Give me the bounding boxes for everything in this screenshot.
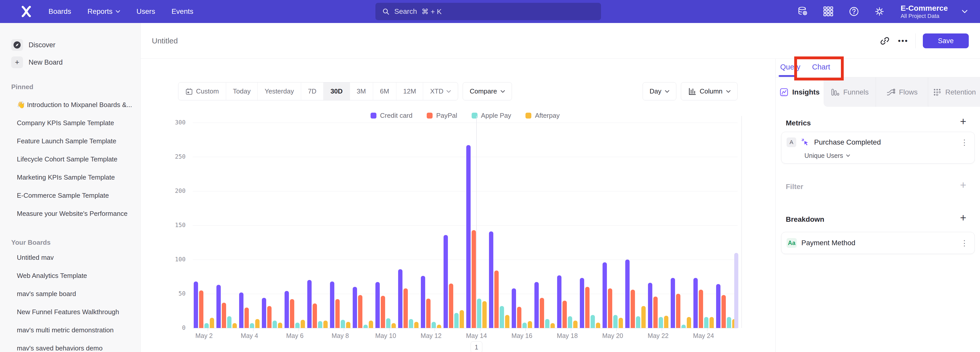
project-switcher[interactable]: E-Commerce All Project Data: [900, 4, 948, 19]
sidebar-board-item[interactable]: Lifecycle Cohort Sample Template: [0, 150, 140, 168]
bar-apple-pay: [363, 325, 368, 328]
add-metric-button[interactable]: +: [958, 116, 969, 127]
bar-group-may-12[interactable]: [420, 123, 442, 328]
metric-kebab-icon[interactable]: ⋮: [959, 138, 970, 147]
bar-afterpay: [210, 318, 214, 328]
pagination-page-button[interactable]: 1: [471, 341, 482, 352]
range-today[interactable]: Today: [226, 83, 258, 100]
more-options-icon[interactable]: •••: [898, 37, 908, 45]
legend-item-paypal[interactable]: PayPal: [427, 112, 457, 120]
nav-link-events[interactable]: Events: [172, 7, 193, 16]
x-axis-tick-mark: [480, 328, 480, 331]
bar-paypal: [472, 230, 476, 328]
sidebar-board-item[interactable]: Web Analytics Template: [0, 267, 140, 285]
bar-group-may-4[interactable]: [238, 123, 261, 328]
breakdown-kebab-icon[interactable]: ⋮: [959, 238, 970, 248]
report-tab-insights[interactable]: Insights: [776, 77, 824, 107]
add-breakdown-button[interactable]: +: [958, 212, 969, 224]
x-axis-tick-mark: [525, 328, 526, 331]
compare-button[interactable]: Compare: [463, 82, 512, 101]
legend-item-credit-card[interactable]: Credit card: [371, 112, 412, 120]
apps-grid-icon[interactable]: [822, 6, 834, 18]
chevron-down-icon[interactable]: [962, 10, 968, 14]
bar-group-may-15[interactable]: [488, 123, 511, 328]
range-xtd[interactable]: XTD: [423, 83, 458, 100]
report-tab-funnels[interactable]: Funnels: [824, 77, 876, 107]
sidebar-board-item[interactable]: Feature Launch Sample Template: [0, 132, 140, 150]
legend-item-apple-pay[interactable]: Apple Pay: [472, 112, 511, 120]
bar-credit-card: [421, 276, 425, 328]
bar-apple-pay: [727, 317, 731, 328]
sidebar-board-item[interactable]: New Funnel Features Walkthrough: [0, 303, 140, 321]
nav-link-boards[interactable]: Boards: [48, 7, 71, 16]
bar-credit-card: [444, 235, 448, 328]
sidebar-section-your-boards: Your Boards: [0, 238, 140, 246]
report-tab-retention[interactable]: Retention: [928, 77, 980, 107]
bar-group-may-22[interactable]: [647, 123, 670, 328]
y-axis-tick-label: 300: [167, 119, 186, 126]
bar-apple-pay: [295, 323, 300, 328]
copy-link-icon[interactable]: [879, 35, 891, 47]
sidebar-board-item[interactable]: Marketing KPIs Sample Template: [0, 168, 140, 186]
range-30d[interactable]: 30D: [323, 83, 350, 100]
save-button[interactable]: Save: [923, 34, 969, 48]
bar-group-may-2[interactable]: [192, 123, 215, 328]
filter-section-label: Filter: [786, 182, 803, 191]
range-3m[interactable]: 3M: [350, 83, 373, 100]
range-7d[interactable]: 7D: [301, 83, 323, 100]
data-settings-icon[interactable]: [797, 6, 809, 18]
bar-group-may-5[interactable]: [261, 123, 283, 328]
bar-group-may-24[interactable]: [692, 123, 715, 328]
bar-group-may-23[interactable]: [670, 123, 692, 328]
sidebar-board-item[interactable]: mav's multi metric demonstration: [0, 321, 140, 339]
bar-group-may-17[interactable]: [533, 123, 556, 328]
sidebar-item-new-board[interactable]: + New Board: [0, 56, 140, 69]
bar-apple-pay: [227, 316, 231, 328]
sidebar-board-item[interactable]: mav's sample board: [0, 285, 140, 303]
bar-group-may-9[interactable]: [352, 123, 374, 328]
sidebar-item-discover[interactable]: Discover: [0, 38, 140, 51]
bar-group-may-10[interactable]: [374, 123, 397, 328]
bar-group-may-19[interactable]: [579, 123, 601, 328]
bar-group-may-8[interactable]: [329, 123, 352, 328]
sidebar-board-item[interactable]: Company KPIs Sample Template: [0, 114, 140, 132]
settings-gear-icon[interactable]: [873, 6, 885, 18]
breakdown-card[interactable]: Aa Payment Method ⋮: [781, 232, 975, 254]
granularity-dropdown[interactable]: Day: [643, 82, 676, 101]
nav-link-reports[interactable]: Reports: [88, 7, 120, 16]
bar-group-may-11[interactable]: [397, 123, 420, 328]
sidebar-board-item[interactable]: E-Commerce Sample Template: [0, 186, 140, 205]
bar-afterpay: [528, 321, 532, 328]
bar-group-may-14[interactable]: [465, 123, 488, 328]
sidebar-board-item[interactable]: Measure your Website's Performance: [0, 205, 140, 223]
bar-group-may-20[interactable]: [601, 123, 624, 328]
sidebar-board-item[interactable]: mav's saved behaviors demo: [0, 339, 140, 352]
bar-group-may-6[interactable]: [283, 123, 306, 328]
search-input[interactable]: Search ⌘ + K: [375, 3, 601, 20]
sidebar-section-pinned: Pinned: [0, 83, 140, 91]
sidebar-board-item[interactable]: Untitled mav: [0, 248, 140, 267]
string-property-icon: Aa: [787, 238, 797, 248]
legend-item-afterpay[interactable]: Afterpay: [525, 112, 560, 120]
chart-type-dropdown[interactable]: Column: [681, 82, 738, 101]
bar-group-may-18[interactable]: [556, 123, 579, 328]
bar-apple-pay: [431, 322, 436, 328]
bar-group-may-3[interactable]: [215, 123, 238, 328]
range-custom[interactable]: Custom: [178, 83, 226, 100]
bar-group-may-13[interactable]: [442, 123, 465, 328]
metric-card[interactable]: A Purchase Completed ⋮ Unique Users: [781, 132, 975, 163]
bar-group-may-21[interactable]: [624, 123, 647, 328]
report-tab-flows[interactable]: Flows: [876, 77, 928, 107]
help-icon[interactable]: [848, 6, 860, 18]
range-yesterday[interactable]: Yesterday: [258, 83, 301, 100]
bar-group-may-16[interactable]: [511, 123, 533, 328]
mixpanel-logo-icon[interactable]: [19, 5, 33, 18]
sidebar-board-item[interactable]: 👋 Introduction to Mixpanel Boards &...: [0, 96, 140, 114]
bar-group-may-7[interactable]: [306, 123, 329, 328]
nav-link-users[interactable]: Users: [137, 7, 155, 16]
range-12m[interactable]: 12M: [396, 83, 423, 100]
range-6m[interactable]: 6M: [373, 83, 396, 100]
x-axis-tick-label: May 20: [601, 332, 624, 339]
aggregation-dropdown[interactable]: Unique Users: [804, 152, 850, 159]
add-filter-button[interactable]: +: [958, 179, 969, 191]
